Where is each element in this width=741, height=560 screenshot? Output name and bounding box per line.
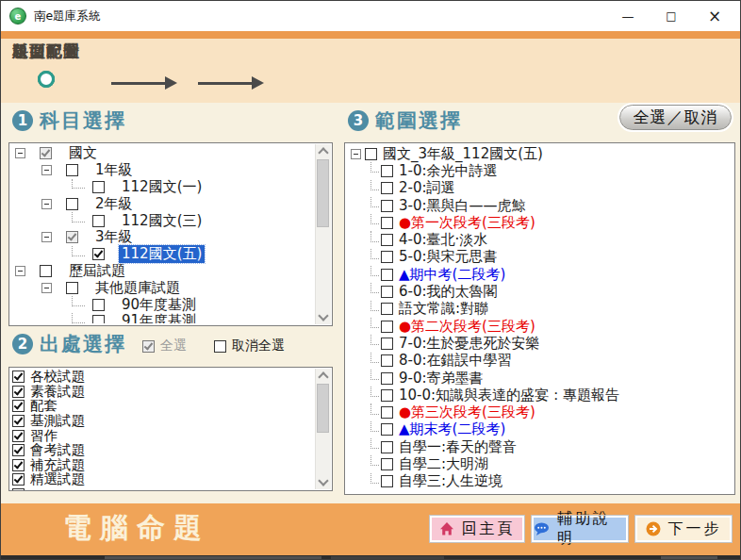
source-list-item[interactable]: 素養試題 — [12, 385, 314, 400]
scope-tree-item[interactable]: 國文_3年級_112國文(五) — [349, 145, 731, 162]
checkbox-icon[interactable] — [214, 340, 226, 353]
tree-item-label[interactable]: 90年度基測 — [119, 296, 199, 314]
subject-tree-item[interactable]: 歷屆試題 — [13, 263, 314, 280]
tree-checkbox[interactable] — [381, 200, 393, 212]
tree-checkbox[interactable] — [381, 406, 393, 419]
tree-item-label[interactable]: 其他題庫試題 — [92, 279, 183, 297]
tree-item-label[interactable]: 國文_3年級_112國文(五) — [380, 145, 546, 163]
source-list-item[interactable]: 會考試題 — [12, 443, 314, 458]
tree-item-label[interactable]: 自學一:春天的聲音 — [396, 438, 519, 456]
tree-checkbox[interactable] — [381, 269, 393, 281]
subject-tree-item[interactable]: 其他題庫試題 — [13, 279, 314, 296]
scroll-up-icon[interactable] — [316, 369, 331, 383]
tree-checkbox[interactable] — [40, 147, 52, 159]
list-checkbox[interactable] — [12, 371, 25, 383]
source-list-item[interactable]: 各校試題 — [12, 370, 314, 385]
scope-tree-item[interactable]: 10-0:知識與表達的盛宴：專題報告 — [349, 387, 731, 404]
help-button[interactable]: 輔助說明 — [532, 516, 628, 542]
subject-tree-item[interactable]: 國文 — [13, 145, 314, 162]
list-checkbox[interactable] — [12, 459, 25, 471]
tree-checkbox[interactable] — [381, 165, 393, 177]
tree-checkbox[interactable] — [381, 389, 393, 402]
tree-checkbox[interactable] — [381, 251, 393, 263]
tree-item-label[interactable]: 語文常識:對聯 — [396, 300, 491, 318]
tree-checkbox[interactable] — [92, 315, 105, 323]
scope-tree-item[interactable]: 6-0:我的太魯閣 — [349, 283, 731, 300]
tree-checkbox[interactable] — [66, 231, 78, 243]
scope-tree-item[interactable]: 自學一:春天的聲音 — [349, 438, 731, 455]
tree-expander-icon[interactable] — [41, 283, 52, 293]
list-checkbox[interactable] — [12, 386, 25, 398]
tree-item-label[interactable]: ▲期末考(二段考) — [396, 420, 508, 438]
source-list-scrollbar[interactable] — [315, 369, 331, 489]
tree-item-label[interactable]: 112國文(五) — [119, 245, 205, 263]
scope-tree-item[interactable]: 8-0:在錯誤中學習 — [349, 353, 731, 370]
tree-checkbox[interactable] — [381, 303, 393, 315]
next-step-button[interactable]: 下一步 — [635, 516, 732, 542]
tree-expander-icon[interactable] — [41, 165, 52, 175]
tree-checkbox[interactable] — [66, 164, 78, 176]
tree-expander-icon[interactable] — [15, 266, 25, 276]
select-all-checkbox[interactable]: 全選 — [142, 338, 187, 354]
tree-checkbox[interactable] — [66, 198, 78, 210]
tree-checkbox[interactable] — [381, 423, 393, 436]
tree-item-label[interactable]: 1-0:余光中詩選 — [396, 162, 501, 180]
subject-tree-scrollbar[interactable] — [315, 144, 331, 324]
scope-tree-item[interactable]: 7-0:生於憂患死於安樂 — [349, 335, 731, 352]
tree-item-label[interactable]: 8-0:在錯誤中學習 — [396, 352, 515, 370]
tree-expander-icon[interactable] — [41, 232, 52, 242]
tree-item-label[interactable]: 3-0:黑與白——虎鯨 — [396, 197, 529, 215]
scope-tree-item[interactable]: ▲期中考(二段考) — [349, 266, 731, 283]
list-checkbox[interactable] — [12, 444, 25, 456]
tree-item-label[interactable]: ●第二次段考(三段考) — [396, 318, 538, 336]
tree-item-label[interactable]: 4-0:臺北‧淡水 — [396, 231, 490, 249]
scope-tree-item[interactable]: 語文常識:對聯 — [349, 301, 731, 318]
subject-tree-item[interactable]: 112國文(五) — [13, 246, 314, 263]
tree-item-label[interactable]: 2年級 — [92, 195, 136, 213]
deselect-all-checkbox[interactable]: 取消全選 — [214, 338, 285, 354]
tree-checkbox[interactable] — [381, 286, 393, 298]
tree-item-label[interactable]: ●第三次段考(三段考) — [396, 404, 538, 421]
tree-checkbox[interactable] — [40, 265, 52, 277]
scope-tree-item[interactable]: 9-0:寄弟墨書 — [349, 370, 731, 387]
tree-checkbox[interactable] — [66, 282, 78, 294]
checkbox-icon[interactable] — [142, 340, 155, 353]
source-list-item[interactable]: 配套 — [12, 399, 314, 414]
scope-tree-item[interactable]: ▲期末考(二段考) — [349, 421, 731, 438]
scope-tree-item[interactable]: 4-0:臺北‧淡水 — [349, 231, 731, 248]
scroll-down-icon[interactable] — [316, 310, 331, 324]
scope-tree-item[interactable]: 5-0:與宋元思書 — [349, 249, 731, 266]
list-item-label[interactable]: 精選試題 — [30, 472, 85, 486]
scrollbar-thumb[interactable] — [317, 384, 329, 433]
tree-checkbox[interactable] — [381, 338, 393, 350]
source-list-item[interactable]: 補充試題 — [12, 458, 314, 473]
scroll-up-icon[interactable] — [316, 144, 331, 158]
tree-checkbox[interactable] — [92, 299, 105, 311]
tree-checkbox[interactable] — [92, 248, 105, 260]
scroll-down-icon[interactable] — [316, 475, 331, 489]
list-item-label[interactable]: 補充試題 — [30, 458, 85, 472]
tree-checkbox[interactable] — [381, 321, 393, 333]
subject-tree-item[interactable]: 112國文(一) — [13, 179, 314, 196]
tree-item-label[interactable]: ▲期中考(二段考) — [396, 266, 508, 284]
list-item-label[interactable]: 會考試題 — [30, 443, 85, 457]
tree-item-label[interactable]: 6-0:我的太魯閣 — [396, 283, 501, 301]
subject-tree-item[interactable]: 112國文(三) — [13, 212, 314, 229]
list-item-label[interactable]: 習作 — [30, 429, 58, 443]
tree-checkbox[interactable] — [92, 181, 105, 193]
scrollbar-thumb[interactable] — [317, 159, 329, 227]
list-checkbox[interactable] — [12, 400, 25, 412]
tree-item-label[interactable]: ●第一次段考(三段考) — [396, 214, 538, 232]
minimize-icon[interactable]: — — [606, 9, 650, 24]
scope-tree-item[interactable]: 1-0:余光中詩選 — [349, 162, 731, 179]
source-list-item[interactable]: 精選試題 — [12, 472, 314, 487]
list-item-label[interactable]: 配套 — [30, 399, 58, 413]
tree-item-label[interactable]: 112國文(一) — [119, 178, 205, 196]
scope-tree-item[interactable]: 自學三:人生逆境 — [349, 473, 731, 490]
tree-item-label[interactable]: 國文 — [66, 145, 100, 162]
close-icon[interactable]: × — [693, 7, 736, 25]
tree-expander-icon[interactable] — [15, 148, 25, 158]
scope-tree-item[interactable]: 自學二:大明湖 — [349, 455, 731, 472]
tree-checkbox[interactable] — [381, 217, 393, 229]
tree-item-label[interactable]: 112國文(三) — [119, 212, 205, 230]
